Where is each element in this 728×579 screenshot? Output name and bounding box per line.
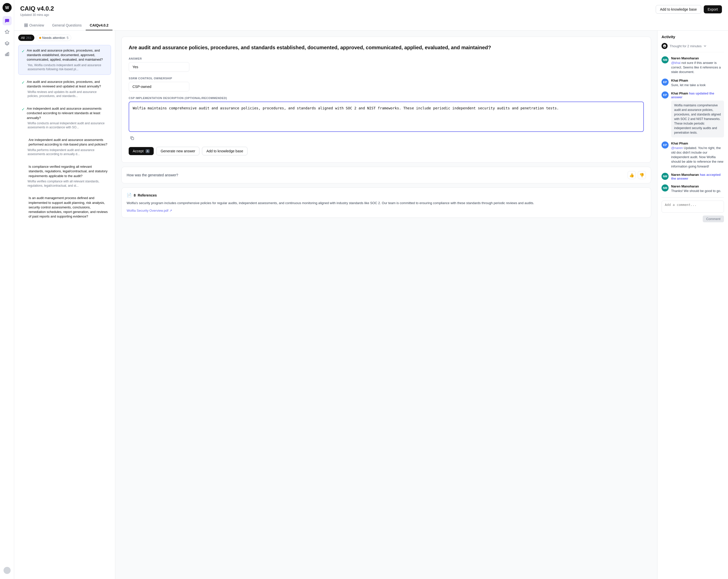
tab-overview[interactable]: Overview	[20, 21, 48, 30]
avatar: KP	[661, 79, 669, 86]
sidebar-item-chat[interactable]	[2, 16, 11, 25]
comment-input[interactable]	[661, 200, 724, 213]
sidebar-item-star[interactable]	[2, 27, 11, 36]
ai-avatar: W	[661, 43, 668, 49]
references-icon: 📄	[127, 193, 132, 197]
thought-label: Thought for 2 minutes	[670, 44, 701, 48]
commenter-name: Naren Manoharan	[671, 56, 724, 60]
sidebar: W	[0, 0, 14, 579]
impl-label: CSP IMPLEMENTATION DESCRIPTION (OPTIONAL…	[129, 96, 644, 100]
list-item[interactable]: ✓ Are independent audit and assurance as…	[18, 103, 111, 133]
sidebar-item-layers[interactable]	[2, 38, 11, 48]
keyboard-shortcut: A	[146, 149, 150, 153]
thought-toggle[interactable]: W Thought for 2 minutes	[661, 43, 724, 52]
question-title: Are audit and assurance policies, proced…	[129, 44, 644, 51]
accept-button[interactable]: Accept A	[129, 147, 154, 155]
comment-input-area: Comment	[661, 197, 724, 222]
filter-all-button[interactable]: All 261	[18, 35, 34, 41]
page-header: CAIQ v4.0.2 Updated 30 mins ago Add to k…	[14, 0, 728, 31]
list-item[interactable]: Is compliance verified regarding all rel…	[18, 161, 111, 191]
commenter-name: Khai Pham	[671, 141, 724, 145]
action-bar: Accept A Generate new answer Add to know…	[129, 147, 644, 155]
ssrm-section: SSRM CONTROL OWNERSHIP	[129, 77, 644, 91]
svg-rect-8	[26, 26, 28, 27]
avatar: NM	[661, 173, 669, 180]
activity-item: KP Khai Pham has updated the answer Wolf…	[661, 91, 724, 137]
page-title: CAIQ v4.0.2	[20, 5, 54, 12]
reference-link[interactable]: Wolfia Security Overview.pdf ↗	[127, 209, 646, 213]
code-block: Wolfia maintains comprehensive audit and…	[671, 101, 724, 137]
page-subtitle: Updated 30 mins ago	[20, 13, 54, 17]
references-description: Wolfia's security program includes compr…	[127, 200, 646, 205]
sidebar-item-profile[interactable]	[3, 567, 10, 574]
chevron-down-icon	[703, 45, 706, 48]
mention: @khai	[671, 61, 680, 65]
activity-panel: Activity W Thought for 2 minutes NM Nare…	[657, 31, 728, 579]
ssrm-label: SSRM CONTROL OWNERSHIP	[129, 77, 644, 80]
references-header: 📄 8 References	[127, 193, 646, 197]
check-icon: ✓	[22, 80, 25, 85]
answer-section: ANSWER	[129, 57, 644, 72]
svg-rect-3	[6, 53, 7, 56]
mention: @naren	[671, 146, 683, 150]
list-item[interactable]: Are independent audit and assurance asse…	[18, 134, 111, 160]
comment-submit-button[interactable]: Comment	[703, 216, 724, 222]
activity-title: Activity	[661, 35, 724, 39]
svg-rect-5	[25, 24, 26, 25]
svg-text:W: W	[664, 45, 666, 48]
filter-needs-attention-button[interactable]: Needs attention 5	[36, 35, 71, 41]
avatar: KP	[661, 91, 669, 99]
tab-bar: Overview General Questions CAIQv4.0.2	[20, 21, 722, 30]
activity-item: KP Khai Pham Sure, let me take a look	[661, 79, 724, 87]
svg-rect-9	[131, 137, 134, 140]
tab-general-questions[interactable]: General Questions	[48, 21, 86, 30]
list-item[interactable]: ✓ Are audit and assurance policies, proc…	[18, 76, 111, 102]
svg-rect-7	[25, 26, 26, 27]
export-button[interactable]: Export	[704, 5, 722, 13]
avatar: NM	[661, 56, 669, 63]
commenter-name: Naren Manoharan has accepted the answer	[671, 173, 724, 181]
thumbs-up-button[interactable]: 👍	[628, 171, 636, 179]
header-top: CAIQ v4.0.2 Updated 30 mins ago Add to k…	[20, 5, 722, 17]
comment-text: Sure, let me take a look	[671, 83, 724, 87]
filter-bar: All 261 Needs attention 5	[18, 35, 111, 41]
impl-section: CSP IMPLEMENTATION DESCRIPTION (OPTIONAL…	[129, 96, 644, 142]
answer-label: ANSWER	[129, 57, 644, 60]
copy-button[interactable]	[129, 135, 136, 142]
sidebar-item-chart[interactable]	[2, 50, 11, 59]
content-area: All 261 Needs attention 5 ✓ Are audit an…	[14, 31, 728, 579]
activity-item: KP Khai Pham @naren Updated. You're righ…	[661, 141, 724, 169]
tab-caiq[interactable]: CAIQv4.0.2	[86, 21, 112, 30]
svg-rect-2	[5, 54, 6, 56]
commenter-name: Khai Pham has updated the answer	[671, 91, 724, 99]
avatar: NM	[661, 185, 669, 192]
question-card: Are audit and assurance policies, proced…	[121, 37, 651, 163]
question-list-panel: All 261 Needs attention 5 ✓ Are audit an…	[14, 31, 115, 579]
center-panel: Are audit and assurance policies, proced…	[115, 31, 657, 579]
external-link-icon: ↗	[170, 209, 172, 213]
main-area: CAIQ v4.0.2 Updated 30 mins ago Add to k…	[14, 0, 728, 579]
attention-dot	[39, 37, 41, 39]
comment-text: Thanks! We should be good to go.	[671, 189, 724, 193]
feedback-buttons: 👍 👎	[628, 171, 646, 179]
add-to-knowledge-base-action-button[interactable]: Add to knowledge base	[202, 147, 248, 155]
svg-rect-6	[26, 24, 28, 25]
title-section: CAIQ v4.0.2 Updated 30 mins ago	[20, 5, 54, 17]
add-to-knowledge-base-button[interactable]: Add to knowledge base	[656, 5, 701, 13]
list-item[interactable]: Is an audit management process defined a…	[18, 193, 111, 222]
thumbs-down-button[interactable]: 👎	[638, 171, 646, 179]
activity-item: NM Naren Manoharan @khai not sure if thi…	[661, 56, 724, 75]
svg-text:W: W	[5, 5, 9, 10]
comment-text: @naren Updated. You're right, the old do…	[671, 146, 724, 169]
impl-textarea[interactable]: Wolfia maintains comprehensive audit and…	[129, 102, 644, 132]
generate-new-answer-button[interactable]: Generate new answer	[156, 147, 200, 155]
list-item[interactable]: ✓ Are audit and assurance policies, proc…	[18, 45, 111, 75]
answer-input[interactable]	[129, 62, 189, 72]
header-actions: Add to knowledge base Export	[656, 5, 722, 13]
avatar: KP	[661, 141, 669, 148]
check-icon: ✓	[22, 107, 25, 112]
comment-text: @khai not sure if this answer is correct…	[671, 61, 724, 75]
ssrm-input[interactable]	[129, 82, 189, 91]
commenter-name: Naren Manoharan	[671, 185, 724, 188]
app-logo[interactable]: W	[2, 3, 11, 12]
